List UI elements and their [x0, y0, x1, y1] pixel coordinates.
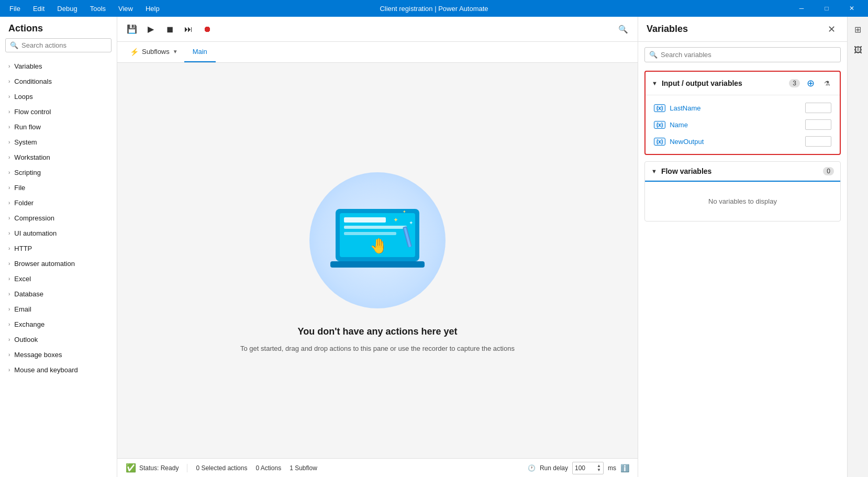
save-button[interactable]: 💾: [124, 21, 140, 38]
stop-icon: ◼: [166, 24, 173, 34]
subflows-chevron-icon: ▼: [173, 49, 178, 54]
maximize-button[interactable]: □: [815, 0, 839, 17]
variable-name: Name: [670, 121, 801, 129]
titlebar-menu[interactable]: File Edit Debug Tools View Help: [4, 3, 165, 15]
actions-search-box[interactable]: 🔍: [5, 38, 112, 52]
layers-button[interactable]: ⊞: [850, 21, 866, 38]
run-delay-box: 🕐 Run delay 100 ▲ ▼ ms ℹ️: [528, 462, 629, 474]
record-button[interactable]: ⏺: [199, 21, 216, 38]
main-tab-label: Main: [193, 48, 207, 56]
action-item-label: Database: [14, 290, 43, 298]
tab-subflows[interactable]: ⚡ Subflows ▼: [124, 42, 184, 62]
action-item[interactable]: ›Excel: [0, 271, 117, 286]
action-item[interactable]: ›HTTP: [0, 241, 117, 256]
clock-icon: 🕐: [528, 464, 536, 472]
variable-item[interactable]: (x) Name: [652, 116, 833, 133]
variable-icon: (x): [654, 104, 665, 112]
variable-icon: (x): [654, 138, 665, 146]
delay-decrease-button[interactable]: ▼: [597, 468, 601, 472]
action-chevron-icon: ›: [8, 200, 10, 206]
action-item-label: File: [14, 184, 25, 192]
run-delay-input[interactable]: 100 ▲ ▼: [572, 462, 604, 474]
menu-item-file[interactable]: File: [4, 3, 26, 15]
menu-item-help[interactable]: Help: [140, 3, 165, 15]
action-item[interactable]: ›Run flow: [0, 119, 117, 135]
action-item[interactable]: ›Database: [0, 286, 117, 302]
action-item-label: Compression: [14, 214, 54, 222]
step-button[interactable]: ⏭: [180, 21, 197, 38]
action-item[interactable]: ›Outlook: [0, 332, 117, 347]
delay-spinners[interactable]: ▲ ▼: [597, 464, 601, 472]
action-chevron-icon: ›: [8, 154, 10, 160]
variable-item[interactable]: (x) LastName: [652, 99, 833, 116]
action-item[interactable]: ›File: [0, 180, 117, 195]
action-chevron-icon: ›: [8, 291, 10, 297]
titlebar: File Edit Debug Tools View Help Client r…: [0, 0, 868, 17]
variables-panel: Variables ✕ 🔍 ▼ Input / output variables…: [638, 17, 847, 477]
action-item[interactable]: ›Scripting: [0, 165, 117, 180]
flow-section-count: 0: [823, 167, 834, 175]
io-add-variable-button[interactable]: ⊕: [804, 77, 817, 90]
action-item[interactable]: ›Compression: [0, 210, 117, 226]
io-section-count: 3: [789, 79, 800, 87]
layers-icon: ⊞: [854, 25, 861, 35]
menu-item-edit[interactable]: Edit: [28, 3, 50, 15]
action-item[interactable]: ›Conditionals: [0, 74, 117, 89]
status-separator: [187, 464, 187, 472]
illustration-circle: 🤚 ✦ ✦ ✦: [309, 172, 446, 308]
io-filter-button[interactable]: ⚗: [821, 77, 833, 90]
actions-list: ›Variables›Conditionals›Loops›Flow contr…: [0, 57, 117, 477]
action-item-label: Variables: [14, 62, 42, 70]
flow-variables-section: ▼ Flow variables 0 No variables to displ…: [644, 161, 841, 221]
variable-item[interactable]: (x) NewOutput: [652, 133, 833, 150]
tabs-bar: ⚡ Subflows ▼ Main: [117, 42, 638, 63]
variables-close-button[interactable]: ✕: [824, 22, 839, 37]
image-button[interactable]: 🖼: [850, 42, 866, 59]
action-item[interactable]: ›Variables: [0, 59, 117, 74]
search-input[interactable]: [21, 41, 107, 49]
action-item[interactable]: ›Message boxes: [0, 347, 117, 362]
tab-main[interactable]: Main: [184, 42, 216, 62]
action-item[interactable]: ›Exchange: [0, 317, 117, 332]
flow-section-title: Flow variables: [661, 167, 819, 175]
menu-item-debug[interactable]: Debug: [52, 3, 82, 15]
action-item[interactable]: ›Browser automation: [0, 256, 117, 271]
toolbar-search-button[interactable]: 🔍: [615, 21, 631, 38]
action-item-label: Workstation: [14, 153, 50, 161]
action-item[interactable]: ›Mouse and keyboard: [0, 362, 117, 378]
step-icon: ⏭: [184, 25, 193, 34]
play-icon: ▶: [148, 24, 154, 34]
io-section-header[interactable]: ▼ Input / output variables 3 ⊕ ⚗: [646, 72, 840, 95]
far-right-panel: ⊞ 🖼: [847, 17, 868, 477]
menu-item-tools[interactable]: Tools: [85, 3, 111, 15]
play-button[interactable]: ▶: [142, 21, 159, 38]
variable-value-box: [805, 103, 831, 113]
info-icon[interactable]: ℹ️: [620, 464, 629, 472]
variables-header: Variables ✕: [638, 17, 847, 42]
svg-text:✦: ✦: [403, 209, 406, 214]
status-label: Status: Ready: [139, 464, 179, 472]
action-chevron-icon: ›: [8, 63, 10, 69]
action-item[interactable]: ›System: [0, 135, 117, 150]
run-delay-label: Run delay: [540, 464, 568, 472]
status-dot-icon: ✅: [126, 463, 136, 473]
svg-rect-2: [344, 217, 386, 223]
action-chevron-icon: ›: [8, 79, 10, 84]
action-item[interactable]: ›Folder: [0, 195, 117, 210]
stop-button[interactable]: ◼: [161, 21, 178, 38]
action-item[interactable]: ›Loops: [0, 89, 117, 104]
action-item[interactable]: ›Flow control: [0, 104, 117, 119]
action-item[interactable]: ›Email: [0, 302, 117, 317]
close-button[interactable]: ✕: [840, 0, 864, 17]
flow-section-header[interactable]: ▼ Flow variables 0: [645, 162, 840, 182]
status-ready: ✅ Status: Ready: [126, 463, 179, 473]
menu-item-view[interactable]: View: [113, 3, 138, 15]
subflows-label: Subflows: [142, 48, 170, 56]
action-item[interactable]: ›UI automation: [0, 226, 117, 241]
minimize-button[interactable]: ─: [789, 0, 814, 17]
action-chevron-icon: ›: [8, 367, 10, 373]
action-item[interactable]: ›Workstation: [0, 150, 117, 165]
variables-search-box[interactable]: 🔍: [644, 47, 841, 62]
window-controls[interactable]: ─ □ ✕: [789, 0, 864, 17]
variables-search-input[interactable]: [661, 51, 836, 59]
